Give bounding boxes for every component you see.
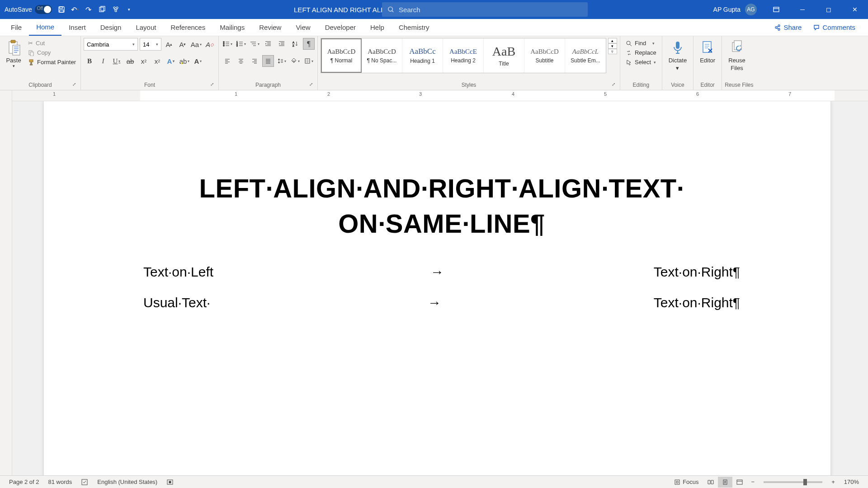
line-spacing-button[interactable]: ▾ (276, 55, 288, 67)
search-input[interactable] (399, 6, 582, 14)
text-effects-button[interactable]: A▾ (165, 55, 177, 67)
shading-button[interactable]: ▾ (289, 55, 301, 67)
page-number[interactable]: Page 2 of 2 (5, 479, 44, 485)
vertical-ruler[interactable] (0, 101, 12, 486)
tab-mailings[interactable]: Mailings (212, 19, 252, 36)
group-styles: AaBbCcD¶ Normal AaBbCcD¶ No Spac... AaBb… (318, 36, 620, 90)
style-normal[interactable]: AaBbCcD¶ Normal (321, 38, 362, 73)
styles-launcher-icon[interactable]: ⤢ (612, 82, 618, 88)
save-icon[interactable] (57, 5, 66, 14)
tab-home[interactable]: Home (29, 19, 61, 36)
numbering-button[interactable]: 123▾ (235, 38, 247, 50)
macro-icon[interactable] (162, 479, 178, 486)
tab-references[interactable]: References (163, 19, 212, 36)
language[interactable]: English (United States) (93, 479, 162, 485)
undo-icon[interactable]: ↶▾ (71, 5, 79, 14)
style-title[interactable]: AaBTitle (484, 38, 524, 73)
editor-button[interactable]: Editor (696, 38, 719, 66)
word-count[interactable]: 81 words (44, 479, 77, 485)
format-painter-button[interactable]: Format Painter (26, 58, 78, 66)
autosave-toggle[interactable]: AutoSave Off (5, 5, 52, 14)
close-icon[interactable]: ✕ (842, 0, 868, 19)
align-center-button[interactable] (235, 55, 247, 67)
maximize-icon[interactable]: ◻ (816, 0, 842, 19)
minimize-icon[interactable]: ─ (789, 0, 816, 19)
change-case-button[interactable]: Aa▾ (190, 38, 202, 50)
borders-button[interactable]: ▾ (303, 55, 315, 67)
qat-customize-icon[interactable]: ▾ (125, 5, 133, 14)
tab-file[interactable]: File (4, 19, 29, 36)
paragraph-launcher-icon[interactable]: ⤢ (309, 82, 316, 88)
styles-scroll-up-icon[interactable]: ▴ (608, 38, 617, 43)
reuse-files-button[interactable]: Reuse Files (725, 38, 749, 73)
ribbon-display-icon[interactable] (763, 0, 789, 19)
focus-mode-button[interactable]: Focus (670, 479, 703, 485)
font-launcher-icon[interactable]: ⤢ (210, 82, 217, 88)
styles-expand-icon[interactable]: ▿ (608, 49, 617, 54)
shrink-font-button[interactable]: A▾ (177, 38, 189, 50)
spelling-icon[interactable] (76, 479, 93, 486)
tab-review[interactable]: Review (252, 19, 288, 36)
user-account[interactable]: AP Gupta AG (707, 4, 763, 15)
decrease-indent-button[interactable] (262, 38, 274, 50)
justify-button[interactable] (262, 55, 274, 67)
horizontal-ruler[interactable]: 1 1 2 3 4 5 6 7 (0, 90, 868, 101)
underline-button[interactable]: U▾ (111, 55, 123, 67)
qat-icon-1[interactable] (98, 5, 106, 14)
style-heading2[interactable]: AaBbCcEHeading 2 (443, 38, 484, 73)
highlight-button[interactable]: ab▾ (179, 55, 190, 67)
superscript-button[interactable]: x2 (151, 55, 163, 67)
copy-button[interactable]: Copy (26, 48, 78, 57)
font-color-button[interactable]: A▾ (192, 55, 204, 67)
tab-view[interactable]: View (288, 19, 317, 36)
find-button[interactable]: Find▾ (623, 39, 659, 47)
strikethrough-button[interactable]: ab (124, 55, 136, 67)
read-mode-button[interactable] (703, 477, 718, 488)
sort-button[interactable]: AZ (289, 38, 301, 50)
zoom-in-button[interactable]: + (827, 479, 840, 485)
zoom-slider[interactable] (764, 481, 822, 483)
italic-button[interactable]: I (97, 55, 109, 67)
clear-formatting-button[interactable]: A◇ (204, 38, 216, 50)
multilevel-button[interactable]: ▾ (249, 38, 260, 50)
replace-button[interactable]: Replace (623, 48, 659, 57)
tab-developer[interactable]: Developer (318, 19, 363, 36)
bold-button[interactable]: B (84, 55, 95, 67)
show-hide-button[interactable]: ¶ (303, 38, 315, 50)
style-subtitle[interactable]: AaBbCcDSubtitle (524, 38, 565, 73)
tab-help[interactable]: Help (363, 19, 392, 36)
document-page[interactable]: LEFT·ALIGN·AND·RIGHT·ALIGN·TEXT· ON·SAME… (44, 101, 830, 486)
tab-insert[interactable]: Insert (61, 19, 93, 36)
print-layout-button[interactable] (718, 477, 732, 488)
tab-layout[interactable]: Layout (128, 19, 163, 36)
style-no-spacing[interactable]: AaBbCcD¶ No Spac... (362, 38, 402, 73)
style-subtle-em[interactable]: AaBbCcLSubtle Em... (565, 38, 606, 73)
cut-button[interactable]: ✂Cut (26, 39, 78, 47)
zoom-out-button[interactable]: − (747, 479, 760, 485)
subscript-button[interactable]: x2 (138, 55, 150, 67)
styles-scroll-down-icon[interactable]: ▾ (608, 43, 617, 49)
tab-chemistry[interactable]: Chemistry (392, 19, 437, 36)
font-name-dropdown[interactable]: Cambria▾ (84, 38, 138, 51)
increase-indent-button[interactable] (276, 38, 288, 50)
qat-icon-2[interactable] (112, 5, 120, 14)
style-heading1[interactable]: AaBbCcHeading 1 (402, 38, 443, 73)
dictate-button[interactable]: Dictate▾ (665, 38, 690, 73)
multilevel-icon (250, 41, 257, 47)
zoom-level[interactable]: 170% (840, 479, 863, 485)
select-button[interactable]: Select▾ (623, 58, 659, 66)
paste-button[interactable]: Paste▾ (3, 38, 24, 70)
grow-font-button[interactable]: A▴ (163, 38, 175, 50)
search-box[interactable] (382, 2, 588, 17)
clipboard-launcher-icon[interactable]: ⤢ (72, 82, 79, 88)
align-right-button[interactable] (249, 55, 260, 67)
tab-design[interactable]: Design (93, 19, 129, 36)
bullets-button[interactable]: ▾ (222, 38, 233, 50)
document-scroll[interactable]: LEFT·ALIGN·AND·RIGHT·ALIGN·TEXT· ON·SAME… (12, 101, 868, 486)
web-layout-button[interactable] (732, 477, 747, 488)
font-size-dropdown[interactable]: 14▾ (140, 38, 161, 51)
redo-icon[interactable]: ↷ (85, 5, 93, 14)
select-icon (626, 59, 632, 66)
svg-point-7 (115, 10, 117, 12)
align-left-button[interactable] (222, 55, 233, 67)
